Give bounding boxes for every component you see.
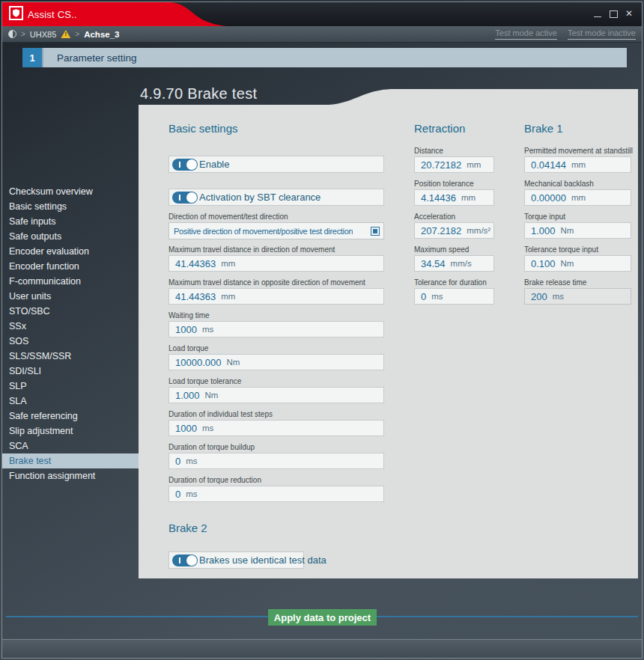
sidebar-item[interactable]: Safe referencing bbox=[2, 409, 139, 424]
field-unit: Nm bbox=[561, 226, 574, 235]
field-input[interactable]: 41.44363 mm bbox=[168, 288, 384, 305]
maximize-icon[interactable] bbox=[608, 7, 619, 19]
field-unit: Nm bbox=[561, 259, 574, 268]
app-logo-shield-icon bbox=[9, 6, 23, 20]
sidebar-item[interactable]: SLS/SSM/SSR bbox=[2, 349, 139, 364]
field-unit: ms bbox=[202, 424, 213, 433]
field-input[interactable]: 10000.000 Nm bbox=[168, 354, 384, 370]
field-label: Brake release time bbox=[524, 278, 631, 287]
field-input[interactable]: 1000 ms bbox=[168, 420, 384, 436]
field-input[interactable]: 4.14436 mm bbox=[414, 189, 494, 206]
field-label: Maximum speed bbox=[414, 245, 494, 254]
brake1-section: Brake 1 Permitted movement at standstill… bbox=[524, 122, 631, 305]
identical-test-data-toggle[interactable]: Brakes use identical test data bbox=[168, 551, 304, 569]
sidebar-item[interactable]: SSx bbox=[2, 319, 139, 334]
field-value: 0 bbox=[175, 489, 180, 500]
sidebar-item[interactable]: Safe outputs bbox=[2, 229, 139, 244]
field-value: 34.54 bbox=[421, 258, 446, 269]
test-mode-inactive-link[interactable]: Test mode inactive bbox=[568, 28, 636, 40]
field-label: Torque input bbox=[524, 212, 631, 221]
breadcrumb-axis[interactable]: Achse_3 bbox=[84, 30, 119, 39]
basic-settings-section: Basic settings Enable Activation by SBT … bbox=[168, 122, 384, 569]
field-value: 1000 bbox=[175, 324, 197, 335]
field-input[interactable]: 0.100 Nm bbox=[524, 255, 631, 272]
field-unit: ms bbox=[186, 489, 197, 498]
sidebar-item[interactable]: SLA bbox=[2, 394, 139, 409]
field-input[interactable]: 207.2182 mm/s² bbox=[414, 222, 494, 239]
parameter-field: Waiting time 1000 ms bbox=[168, 311, 384, 337]
parameter-field: Load torque 10000.000 Nm bbox=[168, 343, 384, 370]
sidebar-item[interactable]: Basic settings bbox=[2, 199, 139, 214]
sidebar-item[interactable]: SCA bbox=[2, 439, 139, 453]
field-input[interactable]: 0 ms bbox=[168, 453, 384, 469]
field-input[interactable]: 20.72182 mm bbox=[414, 156, 494, 173]
field-label: Waiting time bbox=[168, 311, 384, 320]
toggle-label: Brakes use identical test data bbox=[199, 554, 326, 566]
sidebar-item[interactable]: Slip adjustment bbox=[2, 424, 139, 439]
apply-data-button[interactable]: Apply data to project bbox=[268, 609, 377, 626]
sbt-clearance-toggle[interactable]: Activation by SBT clearance bbox=[168, 189, 384, 206]
minimize-icon[interactable] bbox=[592, 7, 603, 19]
field-input[interactable]: 0.04144 mm bbox=[524, 156, 631, 173]
field-unit: mm/s bbox=[451, 259, 472, 268]
sidebar-item[interactable]: SLP bbox=[2, 379, 139, 394]
parameter-field: Mechanical backlash 0.00000 mm bbox=[524, 179, 631, 206]
breadcrumb-device[interactable]: UHX85 bbox=[30, 30, 56, 39]
field-input[interactable]: 41.44363 mm bbox=[168, 255, 384, 272]
sidebar-item[interactable]: Brake test bbox=[2, 453, 139, 468]
field-input[interactable]: 1.000 Nm bbox=[168, 387, 384, 403]
application-window: Assist CS.. ✕ > UHX85 ! > Achse_3 Test m… bbox=[0, 0, 644, 660]
sidebar-item[interactable]: Encoder evaluation bbox=[2, 244, 139, 259]
field-label: Distance bbox=[414, 146, 494, 156]
step-label[interactable]: Parameter setting bbox=[43, 48, 627, 67]
toggle-label: Enable bbox=[199, 159, 229, 170]
field-unit: mm bbox=[221, 259, 235, 268]
field-unit: mm bbox=[461, 193, 476, 202]
parameter-field: Maximum travel distance in opposite dire… bbox=[168, 278, 384, 305]
field-value: 4.14436 bbox=[421, 192, 456, 204]
field-label: Load torque tolerance bbox=[168, 376, 384, 386]
sidebar-item[interactable]: SOS bbox=[2, 334, 139, 349]
direction-dropdown[interactable]: Positive direction of movement/positive … bbox=[168, 222, 384, 239]
field-unit: ms bbox=[202, 325, 213, 334]
field-input[interactable]: 0 ms bbox=[168, 486, 384, 502]
basic-fields: Maximum travel distance in direction of … bbox=[168, 245, 384, 502]
test-mode-active-link[interactable]: Test mode active bbox=[495, 28, 557, 40]
toggle-on-icon bbox=[172, 192, 198, 204]
enable-toggle[interactable]: Enable bbox=[168, 156, 384, 173]
sidebar-item[interactable]: SDI/SLI bbox=[2, 364, 139, 379]
field-input[interactable]: 0.00000 mm bbox=[524, 189, 631, 206]
content-panel: Basic settings Enable Activation by SBT … bbox=[139, 89, 638, 578]
field-input[interactable]: 1.000 Nm bbox=[524, 222, 631, 239]
field-value: 1.000 bbox=[531, 225, 556, 236]
field-value: 200 bbox=[531, 291, 547, 302]
field-label: Mechanical backlash bbox=[524, 179, 631, 189]
scope-half-circle-icon[interactable] bbox=[8, 30, 16, 38]
sidebar-item[interactable]: Safe inputs bbox=[2, 214, 139, 229]
dropdown-value: Positive direction of movement/positive … bbox=[174, 227, 353, 236]
test-mode-links: Test mode active Test mode inactive bbox=[495, 28, 636, 40]
field-label: Load torque bbox=[168, 343, 384, 353]
sidebar-item[interactable]: Function assignment bbox=[2, 468, 139, 483]
close-icon[interactable]: ✕ bbox=[624, 7, 634, 19]
field-value: 0 bbox=[421, 291, 426, 302]
field-unit: Nm bbox=[226, 358, 240, 367]
sidebar-item[interactable]: User units bbox=[2, 289, 139, 304]
sidebar-item[interactable]: Encoder function bbox=[2, 259, 139, 274]
field-label: Position tolerance bbox=[414, 179, 494, 189]
field-input[interactable]: 34.54 mm/s bbox=[414, 255, 494, 272]
field-input[interactable]: 0 ms bbox=[414, 288, 494, 305]
field-value: 0.100 bbox=[531, 258, 556, 269]
field-value: 20.72182 bbox=[421, 159, 461, 171]
sidebar-item[interactable]: Checksum overview bbox=[2, 184, 139, 199]
app-title: Assist CS.. bbox=[28, 9, 77, 20]
parameter-field: Distance 20.72182 mm bbox=[414, 146, 494, 173]
parameter-field: Tolerance for duration 0 ms bbox=[414, 278, 494, 305]
sidebar-item[interactable]: STO/SBC bbox=[2, 304, 139, 319]
field-value: 41.44363 bbox=[175, 258, 216, 269]
field-input[interactable]: 200 ms bbox=[524, 288, 631, 305]
toggle-on-icon bbox=[172, 554, 198, 566]
sidebar-item[interactable]: F-communication bbox=[2, 274, 139, 289]
field-input[interactable]: 1000 ms bbox=[168, 321, 384, 337]
field-unit: Nm bbox=[205, 391, 219, 400]
